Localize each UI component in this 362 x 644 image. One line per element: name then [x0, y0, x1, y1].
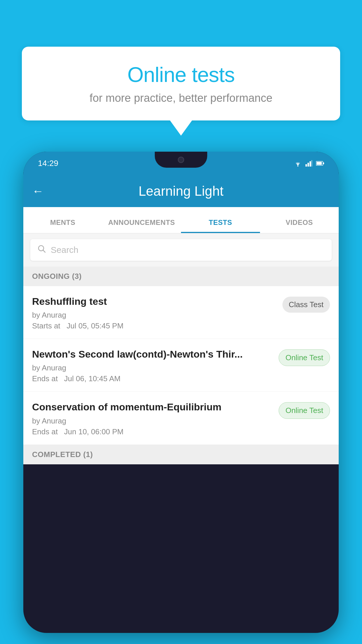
test-item[interactable]: Conservation of momentum-Equilibrium by … — [23, 392, 339, 444]
speech-bubble-title: Online tests — [39, 63, 323, 87]
status-icons — [294, 160, 324, 167]
phone-wrapper: 14:29 — [23, 152, 339, 644]
svg-line-9 — [43, 250, 45, 252]
status-time: 14:29 — [38, 159, 58, 168]
online-test-badge: Online Test — [279, 349, 330, 366]
back-button[interactable]: ← — [32, 185, 44, 198]
phone-notch — [155, 152, 207, 168]
test-info: Reshuffling test by Anurag Starts at Jul… — [32, 295, 277, 330]
svg-point-0 — [297, 165, 298, 167]
speech-bubble: Online tests for more practice, better p… — [22, 47, 340, 120]
test-info: Conservation of momentum-Equilibrium by … — [32, 400, 273, 436]
test-author: by Anurag — [32, 363, 273, 372]
svg-rect-1 — [305, 164, 307, 167]
test-author: by Anurag — [32, 416, 273, 426]
test-time: Starts at Jul 05, 05:45 PM — [32, 321, 277, 330]
status-bar: 14:29 — [23, 152, 339, 175]
tab-videos[interactable]: VIDEOS — [260, 218, 339, 233]
search-bar[interactable]: Search — [30, 239, 332, 261]
tab-assignments[interactable]: MENTS — [23, 218, 102, 233]
app-bar-title: Learning Light — [52, 183, 310, 199]
test-list: Reshuffling test by Anurag Starts at Jul… — [23, 286, 339, 445]
test-name: Reshuffling test — [32, 295, 277, 308]
speech-bubble-container: Online tests for more practice, better p… — [22, 47, 340, 120]
test-name: Conservation of momentum-Equilibrium — [32, 400, 273, 413]
app-bar: ← Learning Light — [23, 175, 339, 207]
svg-rect-6 — [323, 162, 324, 164]
wifi-icon — [294, 160, 302, 167]
phone-screen: ← Learning Light MENTS ANNOUNCEMENTS TES… — [23, 175, 339, 464]
svg-rect-2 — [307, 163, 309, 167]
completed-section-header: COMPLETED (1) — [23, 445, 339, 464]
svg-rect-4 — [311, 160, 312, 167]
front-camera — [178, 157, 184, 163]
test-item[interactable]: Newton's Second law(contd)-Newton's Thir… — [23, 339, 339, 392]
tab-bar: MENTS ANNOUNCEMENTS TESTS VIDEOS — [23, 207, 339, 233]
test-info: Newton's Second law(contd)-Newton's Thir… — [32, 348, 273, 383]
tab-tests[interactable]: TESTS — [181, 218, 260, 233]
phone-device: 14:29 — [23, 152, 339, 633]
tab-announcements[interactable]: ANNOUNCEMENTS — [102, 218, 181, 233]
search-container: Search — [23, 233, 339, 267]
ongoing-section-header: ONGOING (3) — [23, 267, 339, 286]
test-time: Ends at Jun 10, 06:00 PM — [32, 427, 273, 436]
test-time: Ends at Jul 06, 10:45 AM — [32, 374, 273, 383]
test-item[interactable]: Reshuffling test by Anurag Starts at Jul… — [23, 286, 339, 339]
svg-rect-7 — [317, 162, 322, 165]
battery-icon — [316, 161, 324, 166]
svg-rect-3 — [310, 161, 311, 167]
search-placeholder: Search — [51, 245, 78, 255]
test-name: Newton's Second law(contd)-Newton's Thir… — [32, 348, 273, 360]
online-test-badge: Online Test — [279, 402, 330, 419]
class-test-badge: Class Test — [282, 297, 330, 313]
search-icon — [37, 244, 46, 256]
signal-icon — [305, 160, 312, 167]
speech-bubble-subtitle: for more practice, better performance — [39, 92, 323, 104]
test-author: by Anurag — [32, 311, 277, 320]
